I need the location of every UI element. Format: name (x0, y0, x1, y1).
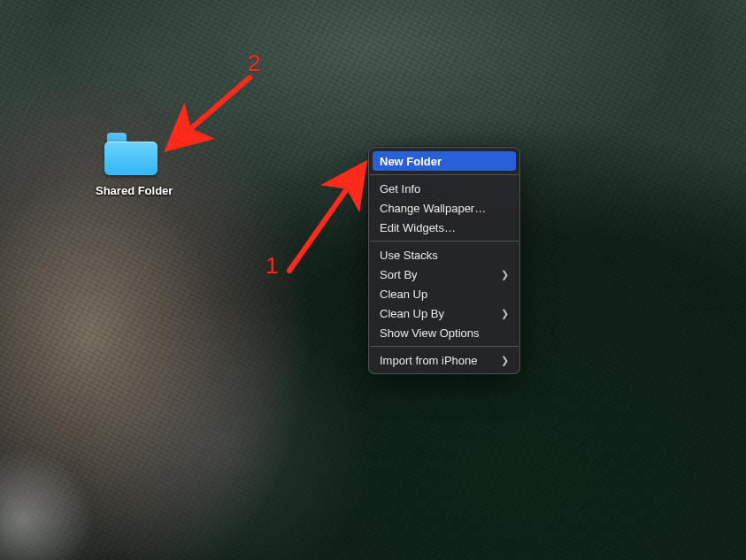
menu-item-clean-up[interactable]: Clean Up (369, 284, 519, 303)
desktop-folder-label: Shared Folder (96, 184, 166, 197)
menu-item-label: Clean Up By (380, 307, 444, 320)
menu-item-use-stacks[interactable]: Use Stacks (369, 245, 519, 265)
desktop-folder-shared[interactable]: Shared Folder (96, 133, 166, 197)
chevron-right-icon: ❯ (501, 307, 509, 320)
menu-item-label: Show View Options (380, 326, 480, 340)
menu-item-label: Import from iPhone (380, 354, 478, 367)
menu-item-label: Get Info (380, 182, 420, 196)
chevron-right-icon: ❯ (501, 268, 509, 281)
menu-item-label: Clean Up (380, 288, 427, 301)
menu-item-new-folder[interactable]: New Folder (373, 151, 516, 171)
desktop-context-menu: New Folder Get Info Change Wallpaper… Ed… (368, 147, 520, 374)
menu-item-label: Sort By (380, 268, 418, 281)
menu-item-edit-widgets[interactable]: Edit Widgets… (369, 218, 519, 237)
menu-item-sort-by[interactable]: Sort By ❯ (369, 265, 519, 284)
menu-item-label: New Folder (380, 155, 442, 168)
menu-item-label: Use Stacks (380, 249, 438, 262)
menu-separator (370, 346, 519, 347)
menu-separator (370, 241, 519, 242)
menu-separator (370, 174, 519, 175)
menu-item-change-wallpaper[interactable]: Change Wallpaper… (369, 198, 519, 218)
menu-item-show-view-options[interactable]: Show View Options (369, 323, 519, 342)
menu-item-clean-up-by[interactable]: Clean Up By ❯ (369, 303, 519, 323)
folder-icon (104, 133, 158, 175)
menu-item-get-info[interactable]: Get Info (369, 179, 519, 198)
menu-item-label: Change Wallpaper… (380, 202, 486, 215)
chevron-right-icon: ❯ (501, 354, 509, 367)
menu-item-import-from-iphone[interactable]: Import from iPhone ❯ (369, 350, 519, 370)
menu-item-label: Edit Widgets… (380, 221, 456, 234)
